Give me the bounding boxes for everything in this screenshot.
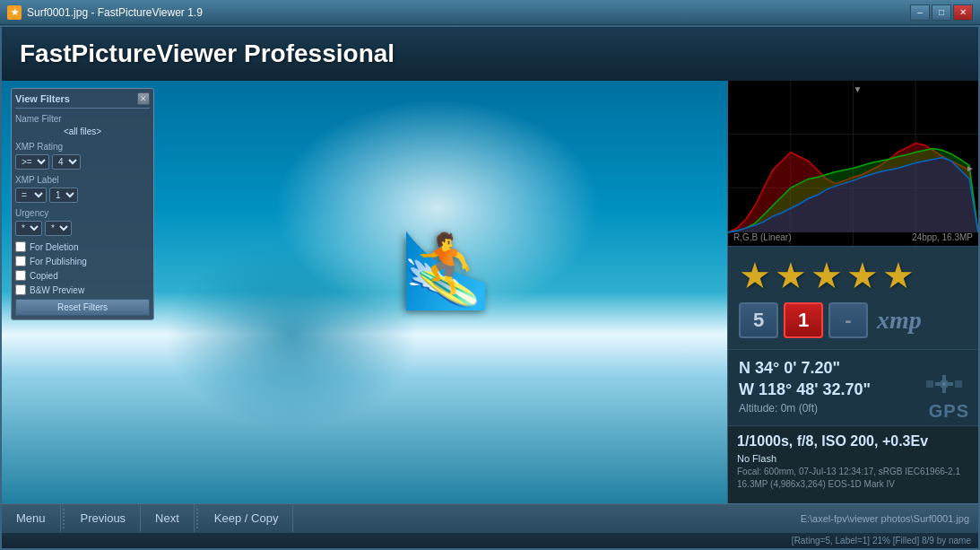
panel-close-button[interactable]: ✕ — [137, 92, 150, 105]
name-filter-label: Name Filter — [15, 114, 150, 124]
xmp-rating-val-select[interactable]: 4 1 2 3 5 — [52, 154, 81, 170]
rating-section: ★ ★ ★ ★ ★ 5 1 - xmp — [728, 247, 978, 350]
histogram-top-arrow: ▼ — [854, 84, 863, 94]
xmp-label-op-select[interactable]: = != — [15, 188, 47, 203]
star-5[interactable]: ★ — [882, 258, 915, 293]
urgency-val-select[interactable]: * — [45, 221, 72, 236]
bw-preview-row: B&W Preview — [15, 284, 150, 295]
minimize-button[interactable]: – — [910, 4, 930, 21]
image-area: View Filters ✕ Name Filter <all files> X… — [2, 81, 727, 503]
right-panel: R,G,B (Linear) 24bpp, 16.3MP ▼ ► ★ ★ ★ ★… — [727, 81, 978, 503]
histogram-right-arrow: ► — [966, 163, 975, 173]
exif-flash: No Flash — [737, 453, 969, 464]
rating-label-badge[interactable]: 1 — [784, 302, 823, 338]
star-4[interactable]: ★ — [846, 258, 879, 293]
exif-main: 1/1000s, f/8, ISO 200, +0.3Ev — [737, 433, 969, 450]
histogram-bpp: 24bpp, 16.3MP — [912, 232, 973, 242]
bw-preview-label: B&W Preview — [30, 285, 84, 295]
copied-label: Copied — [30, 271, 58, 281]
previous-button[interactable]: Previous — [66, 504, 142, 532]
for-deletion-row: For Deletion — [15, 241, 150, 252]
panel-header: View Filters ✕ — [15, 92, 150, 109]
app-title: FastPictureViewer Professional — [20, 39, 395, 68]
for-publishing-row: For Publishing — [15, 256, 150, 266]
exif-section: 1/1000s, f/8, ISO 200, +0.3Ev No Flash F… — [728, 426, 978, 503]
gps-label: GPS — [929, 401, 969, 422]
panel-title: View Filters — [15, 93, 70, 104]
close-button[interactable]: ✕ — [953, 4, 973, 21]
bw-preview-checkbox[interactable] — [15, 284, 26, 295]
next-button[interactable]: Next — [141, 504, 195, 532]
xmp-label-val-select[interactable]: 1 2 3 4 5 — [49, 188, 78, 203]
exif-detail-line2: 16.3MP (4,986x3,264) EOS-1D Mark IV — [737, 478, 969, 491]
star-1[interactable]: ★ — [739, 258, 771, 293]
rating-score-badge[interactable]: 5 — [739, 302, 778, 338]
title-bar-controls[interactable]: – □ ✕ — [910, 4, 973, 21]
file-path: E:\axel-fpv\viewer photos\Surf0001.jpg — [293, 513, 978, 524]
star-2[interactable]: ★ — [775, 258, 807, 293]
app-icon: ★ — [7, 5, 22, 20]
for-deletion-checkbox[interactable] — [15, 241, 26, 252]
svg-point-11 — [942, 382, 946, 386]
main-window: FastPictureViewer Professional View Filt… — [0, 25, 980, 550]
rating-badges: 5 1 - xmp — [739, 302, 967, 338]
maximize-button[interactable]: □ — [932, 4, 951, 21]
for-publishing-label: For Publishing — [30, 257, 87, 266]
name-filter-value: <all files> — [15, 127, 150, 136]
rating-dash-badge: - — [828, 302, 868, 338]
status-bar: [Rating=5, Label=1] 21% [Filled] 8/9 by … — [2, 532, 978, 548]
reset-filters-button[interactable]: Reset Filters — [15, 299, 150, 316]
keep-copy-button[interactable]: Keep / Copy — [200, 504, 294, 532]
app-header: FastPictureViewer Professional — [2, 27, 978, 81]
svg-rect-9 — [955, 380, 962, 388]
copied-checkbox[interactable] — [15, 270, 26, 281]
status-text: [Rating=5, Label=1] 21% [Filled] 8/9 by … — [9, 536, 971, 546]
histogram-label: R,G,B (Linear) — [733, 232, 791, 242]
exif-detail-line1: Focal: 600mm, 07-Jul-13 12:34:17, sRGB I… — [737, 466, 969, 478]
xmp-label-row: = != 1 2 3 4 5 — [15, 188, 150, 203]
xmp-label: xmp — [877, 306, 922, 335]
xmp-rating-op-select[interactable]: >= = <= — [15, 154, 49, 170]
stars-row: ★ ★ ★ ★ ★ — [739, 258, 967, 293]
title-bar-left: ★ Surf0001.jpg - FastPictureViewer 1.9 — [7, 5, 203, 20]
menu-button[interactable]: Menu — [2, 504, 61, 532]
window-title: Surf0001.jpg - FastPictureViewer 1.9 — [27, 6, 203, 19]
bottom-toolbar: Menu Previous Next Keep / Copy E:\axel-f… — [2, 503, 978, 532]
histogram-chart — [728, 81, 978, 246]
urgency-row: * * — [15, 221, 150, 236]
xmp-rating-label: XMP Rating — [15, 142, 150, 152]
for-deletion-label: For Deletion — [30, 242, 78, 252]
title-bar: ★ Surf0001.jpg - FastPictureViewer 1.9 –… — [0, 0, 980, 25]
copied-row: Copied — [15, 270, 150, 281]
star-3[interactable]: ★ — [811, 258, 843, 293]
urgency-op-select[interactable]: * — [15, 221, 42, 236]
for-publishing-checkbox[interactable] — [15, 256, 26, 266]
content-area: View Filters ✕ Name Filter <all files> X… — [2, 81, 978, 503]
gps-section: N 34° 0' 7.20" W 118° 48' 32.70" Altitud… — [728, 350, 978, 426]
histogram-section: R,G,B (Linear) 24bpp, 16.3MP ▼ ► — [728, 81, 978, 247]
view-filters-panel: View Filters ✕ Name Filter <all files> X… — [11, 88, 154, 320]
urgency-label: Urgency — [15, 208, 150, 218]
svg-rect-8 — [926, 380, 933, 388]
xmp-label-label: XMP Label — [15, 175, 150, 185]
xmp-rating-row: >= = <= 4 1 2 3 5 — [15, 154, 150, 170]
